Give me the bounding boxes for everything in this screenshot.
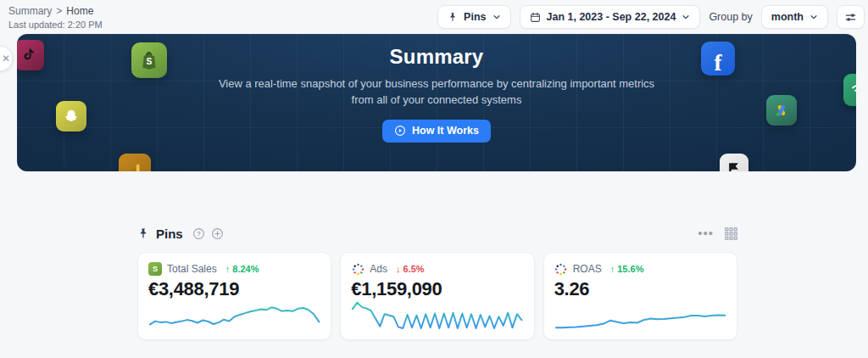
google-analytics-icon: [119, 154, 151, 171]
shopify-icon: S: [148, 262, 162, 276]
more-options-icon[interactable]: •••: [698, 229, 714, 238]
facebook-icon: f: [701, 42, 735, 76]
tiktok-icon: [17, 40, 44, 70]
metric-card-roas[interactable]: ROAS ↑ 15.6% 3.26: [543, 252, 737, 340]
pins-title: Pins: [156, 227, 183, 241]
wifi-network-icon: [843, 74, 856, 106]
how-it-works-button[interactable]: How It Works: [382, 120, 491, 143]
pins-section: Pins ? ••• S: [137, 223, 737, 340]
breadcrumb-home[interactable]: Home: [66, 5, 93, 17]
trend-badge: ↓ 6.5%: [396, 264, 425, 274]
help-icon[interactable]: ?: [192, 227, 205, 240]
sliders-icon: [844, 11, 857, 24]
pin-icon: [448, 12, 458, 23]
group-by-dropdown[interactable]: month: [761, 5, 828, 29]
pins-dropdown-label: Pins: [464, 11, 486, 23]
chevron-down-icon: [682, 13, 690, 21]
calendar-icon: [530, 12, 541, 23]
summary-dashboard: Summary > Home Last updated: 2:20 PM Pin…: [0, 0, 868, 358]
google-ads-icon: [766, 95, 797, 126]
metric-card-total-sales[interactable]: S Total Sales ↑ 8.24% €3,488,719: [137, 252, 331, 340]
metric-label: Ads: [370, 263, 387, 275]
group-by-label: Group by: [709, 11, 752, 23]
pins-dropdown[interactable]: Pins: [437, 5, 510, 29]
drag-handle-icon[interactable]: [725, 227, 737, 240]
breadcrumb: Summary > Home: [8, 5, 103, 17]
add-pin-icon[interactable]: [211, 227, 224, 240]
sparkline-chart: [351, 296, 523, 333]
how-it-works-label: How It Works: [412, 125, 479, 137]
settings-sliders-button[interactable]: [837, 5, 865, 29]
integrations-icon: [554, 262, 568, 276]
trend-badge: ↑ 8.24%: [225, 264, 259, 274]
metric-card-ads[interactable]: Ads ↓ 6.5% €1,159,090: [340, 252, 534, 340]
metric-label: ROAS: [573, 263, 602, 275]
trend-badge: ↑ 15.6%: [610, 264, 644, 274]
scroll-left-button[interactable]: ✕: [0, 46, 13, 71]
breadcrumb-separator: >: [56, 5, 62, 17]
sparkline-chart: [554, 296, 726, 333]
svg-text:S: S: [147, 57, 153, 66]
pin-icon: [137, 227, 149, 240]
sparkline-chart: [148, 296, 320, 333]
summary-banner: S f: [17, 34, 856, 171]
chevron-down-icon: [492, 13, 501, 21]
snapchat-icon: [56, 101, 86, 131]
breadcrumb-area: Summary > Home Last updated: 2:20 PM: [8, 5, 103, 30]
pinned-metric-cards: S Total Sales ↑ 8.24% €3,488,719: [137, 252, 737, 340]
date-range-label: Jan 1, 2023 - Sep 22, 2024: [547, 11, 676, 23]
last-updated-text: Last updated: 2:20 PM: [8, 20, 103, 30]
flag-icon: [720, 154, 748, 171]
chevron-down-icon: [810, 13, 818, 21]
play-circle-icon: [394, 125, 406, 137]
banner-subtitle: View a real-time snapshot of your busine…: [216, 76, 657, 109]
group-by-value: month: [771, 11, 804, 23]
date-range-picker[interactable]: Jan 1, 2023 - Sep 22, 2024: [520, 5, 701, 29]
metric-label: Total Sales: [167, 263, 217, 275]
integrations-icon: [351, 262, 364, 276]
breadcrumb-summary[interactable]: Summary: [8, 5, 52, 17]
svg-text:?: ?: [197, 230, 201, 238]
toolbar: Pins Jan 1, 2023 - Sep 22, 2024 Group by…: [437, 5, 865, 29]
shopify-icon: S: [131, 42, 167, 78]
